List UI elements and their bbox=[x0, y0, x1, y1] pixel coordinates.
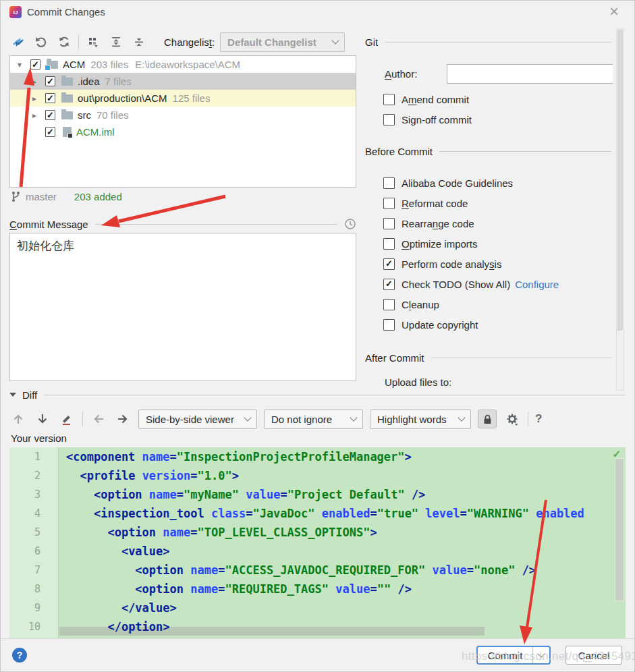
option-checkbox[interactable] bbox=[383, 218, 395, 229]
show-diff-icon[interactable] bbox=[9, 33, 27, 51]
diff-toolbar: Side-by-side viewer Do not ignore Highli… bbox=[9, 409, 542, 429]
chevron-right-icon[interactable]: ▸ bbox=[29, 94, 40, 103]
commit-message-input[interactable]: 初始化仓库 bbox=[9, 233, 356, 381]
scrollbar-thumb[interactable] bbox=[617, 30, 623, 331]
highlight-mode-dropdown[interactable]: Highlight words bbox=[370, 410, 471, 429]
viewer-mode-dropdown[interactable]: Side-by-side viewer bbox=[138, 410, 257, 429]
before-commit-title: Before Commit bbox=[365, 146, 433, 157]
next-change-icon[interactable] bbox=[114, 410, 132, 428]
jump-to-source-icon[interactable] bbox=[58, 410, 76, 428]
commit-options-panel: Git Author: Amend commitSign-off commit … bbox=[364, 27, 613, 390]
commit-changes-dialog: IJ Commit Changes × Changelist: Default … bbox=[0, 0, 635, 672]
message-history-icon[interactable] bbox=[344, 218, 356, 230]
option-checkbox[interactable] bbox=[383, 114, 395, 125]
next-difference-icon[interactable] bbox=[34, 410, 51, 428]
help-button[interactable]: ? bbox=[12, 648, 27, 663]
line-number: 1 bbox=[9, 447, 40, 466]
chevron-right-icon[interactable]: ▸ bbox=[29, 111, 40, 120]
tree-row[interactable]: ▾ACM203 filesE:\ideaworkspace\ACM bbox=[10, 56, 356, 73]
panel-scrollbar[interactable] bbox=[616, 28, 624, 391]
previous-change-icon[interactable] bbox=[90, 410, 107, 428]
option-checkbox[interactable] bbox=[383, 279, 395, 290]
option-checkbox[interactable] bbox=[383, 319, 395, 331]
line-number: 3 bbox=[9, 485, 40, 504]
upload-files-label: Upload files to: bbox=[385, 376, 451, 388]
include-checkbox[interactable] bbox=[45, 110, 55, 120]
tree-row[interactable]: ▸src70 files bbox=[10, 107, 356, 123]
cancel-button[interactable]: Cancel bbox=[565, 646, 622, 665]
commit-button-label: Commit bbox=[478, 647, 532, 663]
git-section-header: Git bbox=[365, 36, 611, 48]
line-number: 8 bbox=[9, 580, 40, 598]
git-checkboxes: Amend commitSign-off commit bbox=[383, 89, 472, 130]
line-number: 6 bbox=[9, 542, 40, 561]
group-by-icon[interactable] bbox=[84, 33, 102, 51]
diff-settings-gear-icon[interactable] bbox=[503, 410, 521, 428]
added-count: 203 added bbox=[74, 191, 122, 202]
chevron-down-icon bbox=[350, 414, 357, 421]
file-count: 125 files bbox=[173, 92, 211, 104]
file-name: ACM bbox=[63, 59, 85, 70]
option-checkbox[interactable] bbox=[383, 299, 395, 310]
include-checkbox[interactable] bbox=[45, 127, 55, 137]
chevron-right-icon[interactable]: ▸ bbox=[29, 77, 40, 86]
commit-message-label: Commit Message bbox=[9, 219, 88, 230]
include-checkbox[interactable] bbox=[30, 59, 40, 69]
whitespace-value: Do not ignore bbox=[271, 414, 332, 425]
file-name: .idea bbox=[78, 76, 100, 87]
tree-row[interactable]: ▸out\production\ACM125 files bbox=[10, 90, 356, 107]
diff-help-icon[interactable]: ? bbox=[535, 412, 542, 426]
expand-all-icon[interactable] bbox=[107, 33, 125, 51]
file-name: ACM.iml bbox=[76, 126, 115, 138]
commit-options-arrow[interactable] bbox=[533, 647, 549, 663]
toolbar-separator bbox=[78, 34, 79, 49]
commit-message-header: Commit Message bbox=[9, 217, 356, 231]
author-input[interactable] bbox=[447, 64, 613, 84]
changes-applied-check-icon: ✓ bbox=[612, 448, 621, 460]
line-number: 9 bbox=[9, 598, 40, 617]
code-line: <profile version="1.0"> bbox=[66, 466, 626, 485]
include-checkbox[interactable] bbox=[45, 76, 55, 86]
line-number: 5 bbox=[9, 523, 40, 542]
code-line: <value> bbox=[66, 542, 626, 561]
commit-button[interactable]: Commit bbox=[476, 646, 551, 665]
option-checkbox[interactable] bbox=[383, 177, 395, 189]
tree-row[interactable]: ▸.idea7 files bbox=[10, 73, 356, 90]
checkbox-row: Perform code analysis bbox=[383, 254, 559, 274]
diff-section-header: Diff bbox=[9, 388, 626, 401]
file-name: src bbox=[78, 109, 91, 121]
dialog-footer: ? Commit Cancel bbox=[0, 638, 635, 672]
code-line: </value> bbox=[66, 598, 626, 617]
option-checkbox[interactable] bbox=[383, 198, 395, 209]
option-checkbox[interactable] bbox=[383, 94, 395, 105]
code-lines: <component name="InspectionProjectProfil… bbox=[66, 447, 626, 636]
option-checkbox[interactable] bbox=[383, 238, 395, 250]
whitespace-dropdown[interactable]: Do not ignore bbox=[264, 410, 363, 429]
configure-link[interactable]: Configure bbox=[515, 279, 559, 290]
tree-row[interactable]: ACM.iml bbox=[10, 123, 356, 140]
divider-line bbox=[95, 224, 337, 225]
checkbox-row: Alibaba Code Guidelines bbox=[383, 173, 559, 193]
code-line: <option name="ACCESS_JAVADOC_REQUIRED_FO… bbox=[66, 561, 626, 580]
disable-editing-lock-icon[interactable] bbox=[478, 410, 497, 428]
changelist-dropdown[interactable]: Default Changelist bbox=[220, 32, 345, 52]
vertical-scrollbar[interactable] bbox=[615, 458, 624, 601]
include-checkbox[interactable] bbox=[45, 93, 55, 103]
code-line: <option name="REQUIRED_TAGS" value="" /> bbox=[66, 580, 626, 598]
rollback-icon[interactable] bbox=[32, 33, 50, 51]
collapse-triangle-icon[interactable] bbox=[9, 393, 16, 397]
file-name: out\production\ACM bbox=[78, 92, 167, 104]
file-count: 7 files bbox=[105, 76, 132, 87]
refresh-icon[interactable] bbox=[55, 33, 73, 51]
close-icon[interactable]: × bbox=[605, 3, 623, 20]
changed-files-tree: ▾ACM203 filesE:\ideaworkspace\ACM▸.idea7… bbox=[9, 55, 356, 188]
previous-difference-icon[interactable] bbox=[9, 410, 27, 428]
collapse-all-icon[interactable] bbox=[130, 33, 148, 51]
chevron-down-icon[interactable]: ▾ bbox=[14, 60, 25, 69]
chevron-down-icon bbox=[458, 414, 465, 421]
code-line: <component name="InspectionProjectProfil… bbox=[66, 447, 626, 466]
option-checkbox[interactable] bbox=[383, 258, 395, 270]
intellij-logo-icon: IJ bbox=[9, 6, 22, 18]
viewer-mode-value: Side-by-side viewer bbox=[146, 414, 234, 425]
divider-line bbox=[44, 395, 626, 395]
